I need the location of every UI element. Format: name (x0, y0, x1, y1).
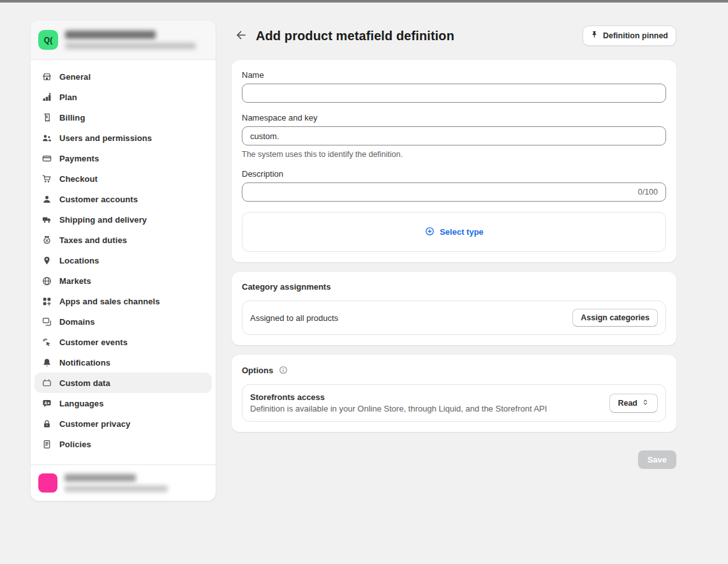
sidebar-item-label: Checkout (59, 174, 98, 184)
sidebar-item-plan[interactable]: Plan (34, 87, 212, 107)
sidebar-item-label: Locations (59, 256, 99, 265)
locations-icon (41, 255, 52, 266)
select-type-button[interactable]: Select type (424, 226, 484, 239)
options-card: Options Storefronts access Definition is… (232, 355, 676, 432)
sidebar-item-custom-data[interactable]: Custom data (34, 373, 212, 393)
user-avatar (38, 473, 57, 493)
store-icon (41, 71, 52, 82)
storefronts-access-value: Read (618, 399, 637, 408)
sidebar-item-label: Payments (59, 154, 99, 163)
sidebar-item-label: Taxes and duties (59, 235, 127, 245)
sidebar-item-label: Custom data (59, 378, 110, 388)
custom-data-icon (41, 377, 52, 389)
sidebar-item-taxes-and-duties[interactable]: Taxes and duties (34, 230, 212, 250)
sidebar-item-label: Domains (59, 317, 95, 327)
user-email-redacted (64, 486, 168, 492)
policies-icon (41, 438, 52, 450)
notifications-icon (41, 357, 52, 368)
user-name-redacted (64, 474, 136, 482)
sidebar-item-shipping-and-delivery[interactable]: Shipping and delivery (34, 209, 212, 230)
sidebar-item-customer-accounts[interactable]: Customer accounts (34, 189, 212, 209)
sidebar-item-locations[interactable]: Locations (34, 250, 212, 271)
sidebar-item-notifications[interactable]: Notifications (34, 352, 212, 373)
sidebar-item-users-and-permissions[interactable]: Users and permissions (34, 128, 212, 148)
sidebar-item-label: Policies (59, 440, 91, 449)
sidebar-item-label: Notifications (59, 358, 110, 367)
customer-accounts-icon (41, 193, 52, 205)
select-type-box: Select type (242, 212, 666, 252)
apps-icon (41, 295, 52, 307)
sidebar-item-customer-events[interactable]: Customer events (34, 332, 212, 352)
definition-pinned-label: Definition pinned (603, 31, 668, 40)
assign-categories-button[interactable]: Assign categories (572, 309, 658, 327)
caret-updown-icon (641, 398, 650, 408)
storefronts-access-row: Storefronts access Definition is availab… (242, 384, 666, 422)
store-url-redacted (65, 43, 196, 49)
name-input[interactable] (242, 84, 666, 103)
description-input[interactable] (242, 182, 666, 202)
storefronts-access-subtitle: Definition is available in your Online S… (250, 404, 609, 413)
select-type-label: Select type (440, 227, 484, 237)
sidebar-item-customer-privacy[interactable]: Customer privacy (34, 413, 212, 434)
payments-icon (41, 152, 52, 164)
sidebar-item-label: Plan (59, 93, 77, 102)
category-assignments-title: Category assignments (242, 282, 331, 292)
sidebar-item-domains[interactable]: Domains (34, 311, 212, 332)
definition-pinned-button[interactable]: Definition pinned (583, 26, 676, 46)
category-assignments-card: Category assignments Assigned to all pro… (232, 272, 676, 345)
sidebar-item-label: Billing (59, 113, 85, 122)
plus-circle-icon (424, 226, 435, 239)
sidebar-item-billing[interactable]: $Billing (34, 107, 212, 128)
sidebar-item-label: General (59, 72, 91, 82)
shipping-icon (41, 214, 52, 225)
main-content: Add product metafield definition Definit… (232, 26, 676, 469)
sidebar-item-payments[interactable]: Payments (34, 148, 212, 168)
sidebar-item-markets[interactable]: Markets (34, 271, 212, 291)
sidebar-item-label: Apps and sales channels (59, 297, 160, 306)
pin-icon (590, 30, 599, 41)
billing-icon: $ (41, 112, 52, 123)
domains-icon (41, 316, 52, 327)
sidebar-item-label: Markets (59, 276, 91, 286)
back-arrow-icon (235, 29, 248, 43)
sidebar-item-label: Languages (59, 399, 104, 408)
sidebar-item-checkout[interactable]: Checkout (34, 168, 212, 189)
sidebar-item-label: Customer events (59, 338, 128, 347)
category-assignment-row: Assigned to all products Assign categori… (242, 301, 666, 335)
user-account-footer[interactable] (31, 464, 216, 501)
storefronts-access-select[interactable]: Read (609, 394, 658, 413)
languages-icon: A (41, 397, 52, 409)
window-top-edge (0, 0, 728, 3)
info-icon[interactable] (278, 365, 288, 375)
svg-text:A: A (44, 400, 47, 404)
privacy-icon (41, 418, 52, 429)
settings-nav: GeneralPlan$BillingUsers and permissions… (31, 60, 216, 464)
customer-events-icon (41, 336, 52, 348)
sidebar-item-apps-and-sales-channels[interactable]: Apps and sales channels (34, 291, 212, 311)
plan-icon (41, 91, 52, 103)
namespace-key-input[interactable] (242, 126, 666, 145)
store-avatar: Q( (38, 30, 58, 50)
markets-icon (41, 275, 52, 286)
sidebar-item-general[interactable]: General (34, 66, 212, 87)
sidebar-item-policies[interactable]: Policies (34, 434, 212, 454)
store-header[interactable]: Q( (31, 20, 216, 60)
sidebar-item-label: Customer accounts (59, 195, 138, 204)
description-label: Description (242, 169, 666, 179)
sidebar-item-label: Customer privacy (59, 419, 130, 429)
taxes-icon (41, 234, 52, 246)
storefronts-access-title: Storefronts access (250, 392, 609, 402)
store-name-redacted (65, 31, 156, 39)
options-title: Options (242, 366, 273, 375)
sidebar-item-label: Users and permissions (59, 133, 152, 143)
users-icon (41, 132, 52, 144)
page-header: Add product metafield definition Definit… (232, 26, 676, 46)
sidebar-item-label: Shipping and delivery (59, 215, 147, 225)
back-button[interactable] (233, 27, 249, 44)
definition-form-card: Name Namespace and key The system uses t… (232, 60, 676, 262)
name-label: Name (242, 70, 666, 80)
sidebar-item-languages[interactable]: ALanguages (34, 393, 212, 413)
save-button[interactable]: Save (638, 450, 676, 469)
category-status-text: Assigned to all products (250, 313, 338, 323)
svg-text:$: $ (45, 115, 48, 119)
